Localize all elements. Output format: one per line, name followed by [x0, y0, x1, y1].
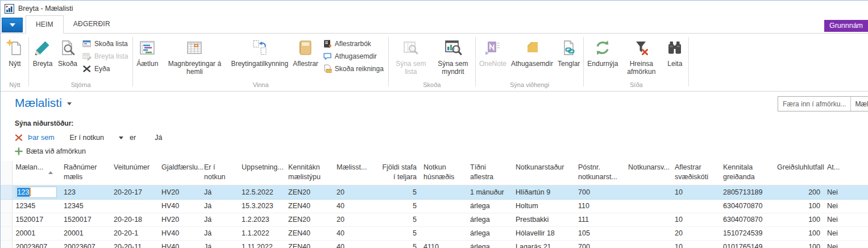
filter-field-selector[interactable]: Mæl: [851, 100, 868, 108]
table-cell[interactable]: Prestbakki: [512, 213, 575, 226]
quantity-changes-button[interactable]: Magnbreytingar á hemli: [160, 35, 229, 76]
table-cell[interactable]: 1510724539: [720, 226, 774, 240]
table-cell[interactable]: Nei: [824, 240, 868, 248]
tab-adgerdir[interactable]: AÐGERÐIR: [64, 15, 120, 34]
view-invoices-button[interactable]: Skoða reikninga: [323, 64, 384, 73]
table-cell[interactable]: 20: [671, 226, 720, 240]
table-cell[interactable]: árlega: [467, 199, 512, 213]
reading-book-button[interactable]: Aflestrarbók: [323, 39, 384, 48]
table-row[interactable]: 1234512345HV40Já15.3.2023ZEN40405árlegaH…: [1, 199, 868, 213]
table-cell[interactable]: 40: [333, 240, 376, 248]
table-cell[interactable]: [420, 185, 467, 199]
table-cell[interactable]: HV40: [158, 240, 201, 248]
table-cell[interactable]: 5: [376, 213, 420, 226]
table-cell[interactable]: Já: [201, 226, 238, 240]
row-selector[interactable]: [1, 240, 12, 248]
view-list-button[interactable]: Skoða lista: [82, 39, 128, 48]
table-cell[interactable]: 111: [575, 213, 625, 226]
table-cell[interactable]: [625, 185, 671, 199]
delete-button[interactable]: Eyða: [82, 64, 128, 73]
column-header-16[interactable]: Greiðsluhlutfall: [774, 161, 824, 185]
column-header-8[interactable]: Fjöldi stafa í teljara: [376, 161, 420, 185]
tab-heim[interactable]: HEIM: [26, 15, 64, 34]
table-cell[interactable]: 123: [60, 185, 110, 199]
table-cell[interactable]: HV40: [158, 199, 201, 213]
table-cell[interactable]: 20-20-17: [110, 185, 158, 199]
column-header-2[interactable]: Veitunúmer: [110, 161, 158, 185]
table-cell[interactable]: 110: [575, 199, 625, 213]
change-notice-button[interactable]: Breytingatilkynning: [229, 35, 290, 68]
edit-list-button[interactable]: Breyta lista: [82, 51, 128, 61]
active-edit-cell[interactable]: 123: [16, 187, 57, 198]
table-cell[interactable]: Nei: [824, 185, 868, 199]
table-cell[interactable]: 1 mánuður: [467, 185, 512, 199]
table-cell[interactable]: 20001: [12, 226, 60, 240]
table-cell[interactable]: 700: [575, 185, 625, 199]
table-cell[interactable]: 6304070870: [720, 199, 774, 213]
add-filter-link[interactable]: Bæta við afmörkun: [26, 147, 86, 155]
readings-button[interactable]: Aflestrar: [290, 35, 321, 68]
onenote-button[interactable]: OneNote: [477, 35, 509, 68]
column-header-13[interactable]: Notkunarsv...: [625, 161, 671, 185]
show-as-list-button[interactable]: Sýna sem lista: [390, 35, 432, 76]
table-cell[interactable]: Já: [201, 213, 238, 226]
table-cell[interactable]: árlega: [467, 240, 512, 248]
table-cell[interactable]: [110, 199, 158, 213]
page-title[interactable]: Mælalisti: [15, 96, 72, 110]
table-cell[interactable]: 0101765149: [720, 240, 774, 248]
column-header-10[interactable]: Tíðni aflestra: [467, 161, 512, 185]
column-header-11[interactable]: Notkunarstaður: [512, 161, 575, 185]
table-cell[interactable]: [625, 240, 671, 248]
column-header-17[interactable]: At...: [824, 161, 868, 185]
table-cell[interactable]: 10: [671, 213, 720, 226]
table-cell[interactable]: 20001: [60, 226, 110, 240]
table-cell[interactable]: 100: [774, 240, 824, 248]
table-cell[interactable]: Lagarás 21: [512, 240, 575, 248]
table-cell[interactable]: 105: [575, 226, 625, 240]
table-cell[interactable]: 10: [671, 185, 720, 199]
table-cell[interactable]: 12345: [12, 199, 60, 213]
add-filter-icon[interactable]: [15, 147, 23, 155]
table-row[interactable]: 200236072002360720-20-11HV40Já1.11.2022Z…: [1, 240, 868, 248]
table-cell[interactable]: 4110: [420, 240, 467, 248]
table-cell[interactable]: 20023607: [12, 240, 60, 248]
table-cell[interactable]: 40: [333, 199, 376, 213]
table-cell[interactable]: 1.11.2022: [238, 240, 285, 248]
table-cell[interactable]: 5: [376, 226, 420, 240]
where-link[interactable]: Þar sem: [28, 134, 55, 142]
table-cell[interactable]: 200: [774, 185, 824, 199]
table-cell[interactable]: Hlíðartún 9: [512, 185, 575, 199]
row-selector[interactable]: [1, 185, 12, 199]
show-as-chart-button[interactable]: Sýna sem myndrit: [432, 35, 474, 76]
find-button[interactable]: Leita: [662, 35, 687, 68]
table-cell[interactable]: árlega: [467, 226, 512, 240]
table-row[interactable]: 12312320-20-17HV20Já12.5.2022ZEN202051 m…: [1, 185, 868, 199]
table-cell[interactable]: 20-20-1: [110, 226, 158, 240]
table-cell[interactable]: 12.5.2022: [238, 185, 285, 199]
table-cell[interactable]: Hólavellir 18: [512, 226, 575, 240]
notes-button[interactable]: Athugasemdir: [509, 35, 555, 68]
table-cell[interactable]: [420, 199, 467, 213]
edit-button[interactable]: Breyta: [30, 35, 55, 68]
column-header-14[interactable]: Aflestrar svæðiskóti: [671, 161, 720, 185]
column-header-0[interactable]: Mælan...: [12, 161, 60, 185]
column-header-5[interactable]: Uppsetning...: [238, 161, 285, 185]
filter-value[interactable]: Já: [155, 134, 162, 142]
table-cell[interactable]: HV40: [158, 226, 201, 240]
table-cell[interactable]: Nei: [824, 213, 868, 226]
column-header-1[interactable]: Raðnúmer mælis: [60, 161, 110, 185]
table-cell[interactable]: [420, 226, 467, 240]
table-cell[interactable]: 12345: [60, 199, 110, 213]
links-button[interactable]: Tenglar: [555, 35, 582, 68]
row-selector[interactable]: [1, 226, 12, 240]
table-cell[interactable]: 20023607: [60, 240, 110, 248]
table-cell[interactable]: [625, 213, 671, 226]
table-cell[interactable]: 20: [333, 185, 376, 199]
clear-filter-button[interactable]: Hreinsa afmörkun: [620, 35, 662, 76]
table-cell[interactable]: 15.3.2023: [238, 199, 285, 213]
table-cell[interactable]: 100: [774, 226, 824, 240]
table-cell[interactable]: Holtum: [512, 199, 575, 213]
table-cell[interactable]: 100: [774, 213, 824, 226]
table-cell[interactable]: 20-20-11: [110, 240, 158, 248]
quick-filter-box[interactable]: Færa inn í afmörku... Mæl: [778, 96, 868, 111]
